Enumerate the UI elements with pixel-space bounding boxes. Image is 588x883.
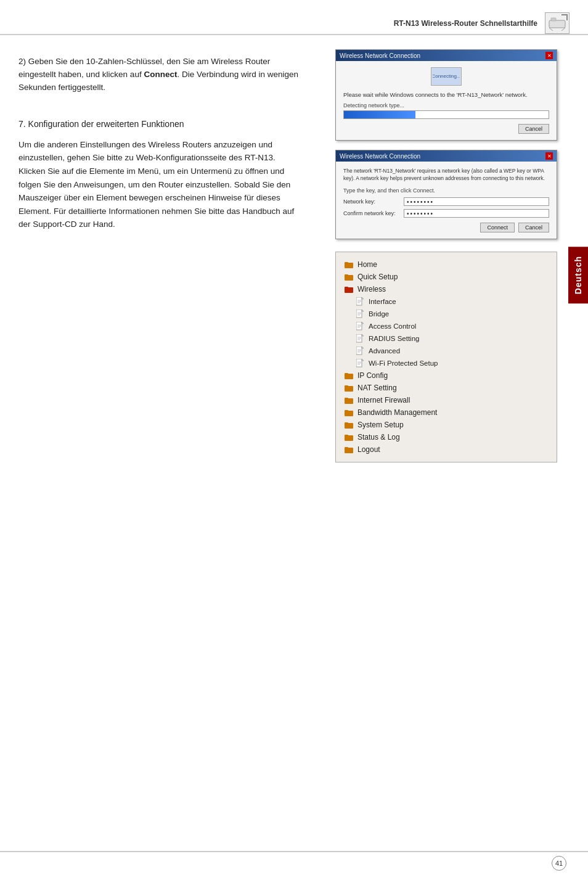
step-2-connect-label: Connect <box>144 70 177 79</box>
menu-item-status-&-log[interactable]: Status & Log <box>336 431 557 443</box>
menu-item-label: Bandwidth Management <box>357 408 437 417</box>
menu-item-interface[interactable]: Interface <box>336 295 557 308</box>
step-2-text: 2) Geben Sie den 10-Zahlen-Schlüssel, de… <box>18 55 302 94</box>
menu-item-internet-firewall[interactable]: Internet Firewall <box>336 394 557 406</box>
dialog-1-cancel-button[interactable]: Cancel <box>518 124 549 134</box>
step-7-section: 7. Konfiguration der erweiterten Funktio… <box>18 119 302 231</box>
menu-item-label: Advanced <box>369 347 400 355</box>
step-2-number: 2) <box>18 57 26 66</box>
svg-rect-41 <box>345 398 348 400</box>
dialog-1-text: Please wait while Windows connects to th… <box>343 91 549 99</box>
svg-rect-49 <box>345 447 348 449</box>
menu-item-radius-setting[interactable]: RADIUS Setting <box>336 332 557 345</box>
svg-text:Connecting...: Connecting... <box>433 73 460 79</box>
menu-icon-folder-red <box>345 285 353 294</box>
menu-item-wireless[interactable]: Wireless <box>336 283 557 295</box>
svg-rect-9 <box>345 274 348 276</box>
dialog-1-title: Wireless Network Connection <box>340 52 420 59</box>
svg-rect-20 <box>356 322 362 330</box>
menu-icon-doc <box>356 334 364 343</box>
step-7-heading: 7. Konfiguration der erweiterten Funktio… <box>18 119 302 129</box>
svg-rect-28 <box>356 347 362 355</box>
svg-rect-24 <box>356 334 362 342</box>
menu-item-label: Logout <box>357 445 380 454</box>
svg-rect-1 <box>551 18 556 21</box>
menu-item-home[interactable]: Home <box>336 258 557 271</box>
svg-rect-39 <box>345 385 348 387</box>
menu-item-system-setup[interactable]: System Setup <box>336 419 557 431</box>
menu-item-logout[interactable]: Logout <box>336 443 557 456</box>
menu-icon-doc <box>356 359 364 368</box>
dialog-2-cancel-button[interactable]: Cancel <box>518 223 549 232</box>
svg-rect-37 <box>345 373 348 375</box>
menu-item-quick-setup[interactable]: Quick Setup <box>336 271 557 283</box>
dialog-1-titlebar: Wireless Network Connection ✕ <box>336 50 557 61</box>
dialog-1-icon-area: Connecting... <box>343 67 549 86</box>
dialog-2-title: Wireless Network Connection <box>340 153 420 160</box>
main-content: 2) Geben Sie den 10-Zahlen-Schlüssel, de… <box>18 43 557 846</box>
menu-panel: Home Quick Setup Wireless Interface Brid… <box>335 252 557 462</box>
menu-item-label: RADIUS Setting <box>369 335 419 342</box>
dialog-2: Wireless Network Connection ✕ The networ… <box>335 150 557 239</box>
svg-rect-11 <box>345 287 348 289</box>
dialog-2-network-key-input[interactable]: •••••••• <box>404 197 549 206</box>
right-content: Wireless Network Connection ✕ Connecting… <box>335 43 557 462</box>
menu-item-label: Wi-Fi Protected Setup <box>369 359 438 367</box>
menu-icon-folder-orange <box>345 445 353 454</box>
dialog-1-close-button[interactable]: ✕ <box>545 52 553 59</box>
menu-item-advanced[interactable]: Advanced <box>336 345 557 357</box>
svg-rect-32 <box>356 359 362 367</box>
svg-rect-45 <box>345 422 348 424</box>
menu-icon-folder-orange <box>345 408 353 417</box>
dialog-2-form-label: Type the key, and then click Connect. <box>343 187 549 194</box>
top-divider <box>0 34 588 35</box>
menu-item-access-control[interactable]: Access Control <box>336 320 557 332</box>
header-title: RT-N13 Wireless-Router Schnellstarthilfe <box>394 19 537 28</box>
menu-item-label: Home <box>357 260 377 269</box>
svg-rect-16 <box>356 310 362 318</box>
dialog-2-confirm-key-row: Confirm network key: •••••••• <box>343 209 549 218</box>
menu-item-wi-fi-protected-setup[interactable]: Wi-Fi Protected Setup <box>336 357 557 369</box>
asus-logo-icon <box>548 15 566 31</box>
dialog-2-confirm-key-input[interactable]: •••••••• <box>404 209 549 218</box>
menu-item-label: Bridge <box>369 310 389 318</box>
menu-item-bridge[interactable]: Bridge <box>336 308 557 320</box>
menu-item-label: IP Config <box>357 371 388 380</box>
svg-line-2 <box>549 28 553 31</box>
menu-item-ip-config[interactable]: IP Config <box>336 369 557 382</box>
menu-item-label: Access Control <box>369 322 416 330</box>
svg-rect-43 <box>345 410 348 412</box>
deutsch-tab: Deutsch <box>568 247 588 303</box>
menu-item-label: System Setup <box>357 421 404 429</box>
dialog-2-small-text: The network 'RT-N13_Network' requires a … <box>343 168 549 183</box>
menu-item-label: Quick Setup <box>357 273 398 281</box>
dialog-1-icon: Connecting... <box>431 67 462 86</box>
dialog-2-titlebar: Wireless Network Connection ✕ <box>336 150 557 162</box>
menu-item-label: Internet Firewall <box>357 396 410 405</box>
menu-icon-folder-orange <box>345 273 353 281</box>
menu-icon-folder-orange <box>345 384 353 392</box>
menu-icon-doc <box>356 347 364 355</box>
page-number: 41 <box>552 856 566 871</box>
svg-line-3 <box>561 28 565 31</box>
menu-icon-doc <box>356 310 364 318</box>
dialog-1-btn-row: Cancel <box>343 124 549 134</box>
step-2-section: 2) Geben Sie den 10-Zahlen-Schlüssel, de… <box>18 55 302 94</box>
step-7-body: Um die anderen Einstellungen des Wireles… <box>18 138 302 231</box>
bottom-divider <box>0 851 588 852</box>
dialog-1-body: Connecting... Please wait while Windows … <box>336 61 557 140</box>
menu-item-label: Interface <box>369 298 396 305</box>
menu-item-label: Status & Log <box>357 433 400 442</box>
menu-item-bandwidth-management[interactable]: Bandwidth Management <box>336 406 557 419</box>
menu-icon-folder-orange <box>345 260 353 269</box>
dialog-2-connect-button[interactable]: Connect <box>480 223 515 232</box>
menu-icon-doc <box>356 322 364 331</box>
svg-rect-12 <box>356 297 362 305</box>
dialog-1: Wireless Network Connection ✕ Connecting… <box>335 49 557 141</box>
menu-item-nat-setting[interactable]: NAT Setting <box>336 382 557 394</box>
menu-item-label: NAT Setting <box>357 384 397 392</box>
menu-icon-folder-orange <box>345 371 353 380</box>
svg-rect-0 <box>549 20 565 28</box>
dialog-2-close-button[interactable]: ✕ <box>545 152 553 160</box>
dialog-1-progress-bar <box>343 110 549 119</box>
